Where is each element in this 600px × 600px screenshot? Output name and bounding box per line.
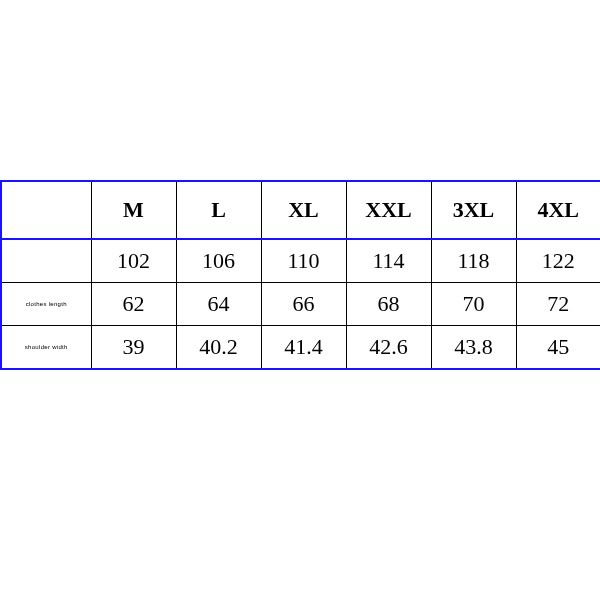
cell-value: 42.6 [346, 326, 431, 370]
cell-value: 62 [91, 283, 176, 326]
size-chart: M L XL XXL 3XL 4XL 102 106 110 114 118 1… [0, 180, 600, 370]
cell-value: 114 [346, 239, 431, 283]
size-table: M L XL XXL 3XL 4XL 102 106 110 114 118 1… [0, 180, 600, 370]
row-label: clothes length [1, 283, 91, 326]
header-row: M L XL XXL 3XL 4XL [1, 181, 600, 239]
header-blank [1, 181, 91, 239]
row-label [1, 239, 91, 283]
header-size: XL [261, 181, 346, 239]
header-size: 3XL [431, 181, 516, 239]
table-row: clothes length 62 64 66 68 70 72 [1, 283, 600, 326]
cell-value: 118 [431, 239, 516, 283]
cell-value: 122 [516, 239, 600, 283]
cell-value: 39 [91, 326, 176, 370]
header-size: 4XL [516, 181, 600, 239]
cell-value: 102 [91, 239, 176, 283]
cell-value: 106 [176, 239, 261, 283]
cell-value: 64 [176, 283, 261, 326]
cell-value: 45 [516, 326, 600, 370]
cell-value: 68 [346, 283, 431, 326]
cell-value: 72 [516, 283, 600, 326]
table-row: 102 106 110 114 118 122 [1, 239, 600, 283]
header-size: L [176, 181, 261, 239]
cell-value: 41.4 [261, 326, 346, 370]
cell-value: 40.2 [176, 326, 261, 370]
cell-value: 110 [261, 239, 346, 283]
header-size: XXL [346, 181, 431, 239]
cell-value: 43.8 [431, 326, 516, 370]
row-label: shoulder width [1, 326, 91, 370]
table-row: shoulder width 39 40.2 41.4 42.6 43.8 45 [1, 326, 600, 370]
header-size: M [91, 181, 176, 239]
cell-value: 66 [261, 283, 346, 326]
cell-value: 70 [431, 283, 516, 326]
